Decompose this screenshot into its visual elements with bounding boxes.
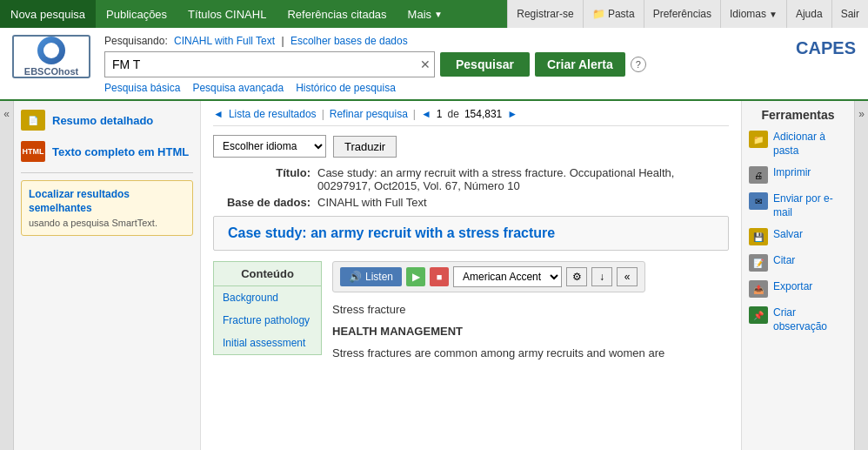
nav-item-mais[interactable]: Mais ▼: [397, 0, 453, 28]
html-icon: HTML: [21, 141, 45, 162]
advanced-search-link[interactable]: Pesquisa avançada: [192, 82, 284, 94]
content-link-fracture[interactable]: Fracture pathology: [214, 309, 321, 332]
nav-sair[interactable]: Sair: [831, 0, 868, 28]
stop-button[interactable]: ■: [430, 267, 449, 286]
tool-item-salvar: 💾 Salvar: [749, 228, 847, 245]
article-item2: HEALTH MANAGEMENT: [332, 323, 729, 341]
logo-text: EBSCOhost: [24, 66, 78, 77]
content-link-initial[interactable]: Initial assessment: [214, 332, 321, 354]
nav-item-nova-pesquisa[interactable]: Nova pesquisa: [0, 0, 96, 28]
audio-settings-button[interactable]: ⚙: [566, 267, 587, 286]
capes-logo: CAPES: [778, 35, 856, 58]
article-item3: Stress fractures are common among army r…: [332, 345, 729, 363]
html-link[interactable]: Texto completo em HTML: [52, 145, 189, 158]
next-arrow[interactable]: ►: [507, 108, 517, 120]
exportar-link[interactable]: Exportar: [773, 280, 812, 294]
tools-title: Ferramentas: [749, 108, 847, 122]
citar-link[interactable]: Citar: [773, 254, 795, 268]
center-content: ◄ Lista de resultados | Refinar pesquisa…: [201, 101, 741, 450]
prev-arrow2[interactable]: ◄: [421, 108, 431, 120]
refine-link[interactable]: Refinar pesquisa: [330, 108, 408, 120]
nav-item-publicacoes[interactable]: Publicações: [96, 0, 177, 28]
exportar-icon: 📤: [749, 280, 768, 298]
sep2: |: [413, 108, 416, 120]
page-of: de: [448, 108, 459, 120]
play-button[interactable]: ▶: [406, 267, 425, 286]
search-links: Pesquisa básica Pesquisa avançada Histór…: [104, 82, 778, 94]
nav-preferencias[interactable]: Preferências: [644, 0, 720, 28]
header: EBSCOhost Pesquisando: CINAHL with Full …: [0, 28, 868, 101]
tool-item-citar: 📝 Citar: [749, 254, 847, 272]
tool-item-pasta: 📁 Adicionar à pasta: [749, 131, 847, 158]
listen-button[interactable]: 🔊 Listen: [340, 267, 402, 286]
language-select[interactable]: Escolher idioma: [213, 135, 326, 158]
article-info: Título: Case study: an army recruit with…: [213, 166, 729, 209]
search-area: Pesquisando: CINAHL with Full Text | Esc…: [104, 35, 778, 94]
alert-button[interactable]: Criar Alerta: [535, 52, 625, 77]
nav-ajuda[interactable]: Ajuda: [786, 0, 831, 28]
content-panel-box: Conteúdo Background Fracture pathology I…: [213, 261, 322, 355]
results-link[interactable]: Lista de resultados: [229, 108, 317, 120]
searching-line: Pesquisando: CINAHL with Full Text | Esc…: [104, 35, 778, 47]
nav-item-titulos[interactable]: Títulos CINAHL: [177, 0, 277, 28]
audio-download-button[interactable]: ↓: [591, 267, 612, 286]
db-link[interactable]: CINAHL with Full Text: [174, 35, 275, 47]
nav-item-referencias[interactable]: Referências citadas: [277, 0, 397, 28]
salvar-link[interactable]: Salvar: [773, 228, 803, 242]
title-row: Título: Case study: an army recruit with…: [213, 166, 729, 192]
main-layout: « 📄 Resumo detalhado HTML Texto completo…: [0, 101, 868, 450]
mais-arrow-icon: ▼: [434, 10, 443, 19]
search-bar: ✕ Pesquisar Criar Alerta ?: [104, 51, 778, 77]
title-label: Título:: [213, 166, 317, 192]
sidebar-divider: [21, 172, 193, 173]
article-content-area: 🔊 Listen ▶ ■ American Accent ⚙ ↓ « Stres…: [322, 261, 729, 362]
prev-arrow[interactable]: ◄: [213, 108, 224, 120]
sidebar-item-html: HTML Texto completo em HTML: [21, 141, 193, 162]
logo-area: EBSCOhost: [12, 35, 90, 78]
left-collapse-icon: «: [3, 108, 10, 120]
logo-inner: [43, 43, 59, 58]
right-collapse-toggle[interactable]: »: [854, 101, 868, 450]
translate-button[interactable]: Traduzir: [333, 136, 397, 158]
left-collapse-toggle[interactable]: «: [0, 101, 14, 450]
search-button[interactable]: Pesquisar: [440, 52, 530, 77]
sidebar-item-resumo: 📄 Resumo detalhado: [21, 110, 193, 131]
help-icon[interactable]: ?: [631, 57, 646, 72]
db-value: CINAHL with Full Text: [317, 196, 729, 209]
email-link[interactable]: Enviar por e-mail: [773, 192, 847, 219]
db-choose-link[interactable]: Escolher bases de dados: [290, 35, 408, 47]
page-current: 1: [437, 108, 443, 120]
similar-link[interactable]: Localizar resultados semelhantes: [29, 188, 185, 215]
language-bar: Escolher idioma Traduzir: [213, 135, 729, 158]
content-panel: Conteúdo Background Fracture pathology I…: [213, 261, 322, 362]
nav-idiomas[interactable]: Idiomas ▼: [720, 0, 786, 28]
history-link[interactable]: Histórico de pesquisa: [296, 82, 396, 94]
nav-pasta[interactable]: 📁 Pasta: [583, 0, 644, 28]
sep1: |: [322, 108, 324, 120]
resumo-link[interactable]: Resumo detalhado: [52, 114, 153, 127]
tool-item-exportar: 📤 Exportar: [749, 280, 847, 298]
article-main-title: Case study: an army recruit with a stres…: [228, 225, 714, 241]
listen-icon: 🔊: [349, 271, 362, 283]
imprimir-link[interactable]: Imprimir: [773, 166, 811, 180]
nav-breadcrumb: ◄ Lista de resultados | Refinar pesquisa…: [213, 108, 729, 126]
nav-registrar[interactable]: Registrar-se: [507, 0, 582, 28]
search-input[interactable]: [104, 51, 435, 77]
audio-collapse-button[interactable]: «: [617, 267, 638, 286]
observacao-link[interactable]: Criar observação: [773, 306, 847, 333]
citar-icon: 📝: [749, 254, 768, 272]
email-icon: ✉: [749, 192, 768, 210]
search-clear-icon[interactable]: ✕: [420, 57, 431, 71]
article-item1: Stress fracture: [332, 301, 729, 319]
observacao-icon: 📌: [749, 306, 768, 324]
tool-item-imprimir: 🖨 Imprimir: [749, 166, 847, 184]
accent-select[interactable]: American Accent: [453, 266, 562, 287]
content-link-background[interactable]: Background: [214, 286, 321, 309]
content-area: Conteúdo Background Fracture pathology I…: [213, 261, 729, 362]
page-total: 154,831: [464, 108, 502, 120]
pasta-link[interactable]: Adicionar à pasta: [773, 131, 847, 158]
basic-search-link[interactable]: Pesquisa básica: [104, 82, 180, 94]
idiomas-arrow-icon: ▼: [769, 10, 778, 19]
salvar-icon: 💾: [749, 228, 768, 245]
resumo-icon: 📄: [21, 110, 45, 131]
